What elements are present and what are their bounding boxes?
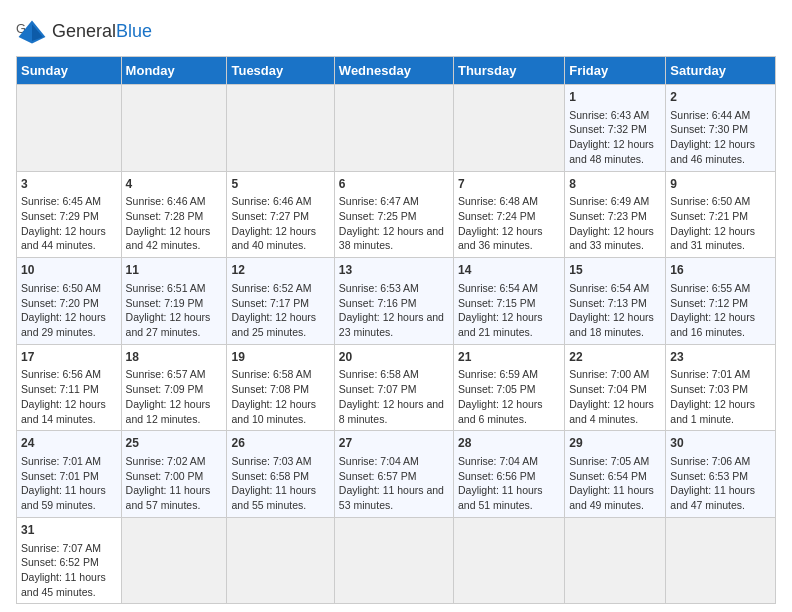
day-number: 14 <box>458 262 560 279</box>
daylight-text: Daylight: 12 hours and 12 minutes. <box>126 398 211 425</box>
calendar-cell: 21Sunrise: 6:59 AMSunset: 7:05 PMDayligh… <box>453 344 564 431</box>
sunset-text: Sunset: 6:57 PM <box>339 470 417 482</box>
calendar-week-6: 31Sunrise: 7:07 AMSunset: 6:52 PMDayligh… <box>17 517 776 604</box>
sunset-text: Sunset: 7:16 PM <box>339 297 417 309</box>
day-number: 5 <box>231 176 329 193</box>
calendar-week-5: 24Sunrise: 7:01 AMSunset: 7:01 PMDayligh… <box>17 431 776 518</box>
sunrise-text: Sunrise: 6:55 AM <box>670 282 750 294</box>
calendar-cell: 5Sunrise: 6:46 AMSunset: 7:27 PMDaylight… <box>227 171 334 258</box>
daylight-text: Daylight: 12 hours and 23 minutes. <box>339 311 444 338</box>
calendar-table: SundayMondayTuesdayWednesdayThursdayFrid… <box>16 56 776 604</box>
calendar-cell: 2Sunrise: 6:44 AMSunset: 7:30 PMDaylight… <box>666 85 776 172</box>
calendar-cell: 15Sunrise: 6:54 AMSunset: 7:13 PMDayligh… <box>565 258 666 345</box>
calendar-cell: 23Sunrise: 7:01 AMSunset: 7:03 PMDayligh… <box>666 344 776 431</box>
day-number: 1 <box>569 89 661 106</box>
calendar-cell: 26Sunrise: 7:03 AMSunset: 6:58 PMDayligh… <box>227 431 334 518</box>
day-header-friday: Friday <box>565 57 666 85</box>
day-number: 6 <box>339 176 449 193</box>
logo-icon: G <box>16 16 48 48</box>
daylight-text: Daylight: 11 hours and 53 minutes. <box>339 484 444 511</box>
day-number: 2 <box>670 89 771 106</box>
sunset-text: Sunset: 7:13 PM <box>569 297 647 309</box>
calendar-cell: 27Sunrise: 7:04 AMSunset: 6:57 PMDayligh… <box>334 431 453 518</box>
sunrise-text: Sunrise: 6:53 AM <box>339 282 419 294</box>
calendar-cell: 20Sunrise: 6:58 AMSunset: 7:07 PMDayligh… <box>334 344 453 431</box>
daylight-text: Daylight: 12 hours and 27 minutes. <box>126 311 211 338</box>
daylight-text: Daylight: 12 hours and 21 minutes. <box>458 311 543 338</box>
sunset-text: Sunset: 6:54 PM <box>569 470 647 482</box>
sunset-text: Sunset: 7:05 PM <box>458 383 536 395</box>
sunrise-text: Sunrise: 7:01 AM <box>21 455 101 467</box>
calendar-cell: 24Sunrise: 7:01 AMSunset: 7:01 PMDayligh… <box>17 431 122 518</box>
day-number: 23 <box>670 349 771 366</box>
calendar-cell: 11Sunrise: 6:51 AMSunset: 7:19 PMDayligh… <box>121 258 227 345</box>
day-number: 8 <box>569 176 661 193</box>
day-number: 10 <box>21 262 117 279</box>
sunset-text: Sunset: 6:53 PM <box>670 470 748 482</box>
sunset-text: Sunset: 7:20 PM <box>21 297 99 309</box>
day-number: 19 <box>231 349 329 366</box>
sunset-text: Sunset: 6:56 PM <box>458 470 536 482</box>
calendar-cell: 3Sunrise: 6:45 AMSunset: 7:29 PMDaylight… <box>17 171 122 258</box>
sunrise-text: Sunrise: 6:50 AM <box>670 195 750 207</box>
logo-text: GeneralBlue <box>52 22 152 42</box>
daylight-text: Daylight: 11 hours and 45 minutes. <box>21 571 106 598</box>
sunset-text: Sunset: 7:07 PM <box>339 383 417 395</box>
sunset-text: Sunset: 6:52 PM <box>21 556 99 568</box>
day-number: 4 <box>126 176 223 193</box>
sunset-text: Sunset: 7:03 PM <box>670 383 748 395</box>
calendar-cell: 14Sunrise: 6:54 AMSunset: 7:15 PMDayligh… <box>453 258 564 345</box>
sunrise-text: Sunrise: 6:52 AM <box>231 282 311 294</box>
day-header-thursday: Thursday <box>453 57 564 85</box>
daylight-text: Daylight: 12 hours and 16 minutes. <box>670 311 755 338</box>
daylight-text: Daylight: 12 hours and 36 minutes. <box>458 225 543 252</box>
sunrise-text: Sunrise: 6:44 AM <box>670 109 750 121</box>
daylight-text: Daylight: 11 hours and 59 minutes. <box>21 484 106 511</box>
daylight-text: Daylight: 12 hours and 4 minutes. <box>569 398 654 425</box>
sunset-text: Sunset: 7:30 PM <box>670 123 748 135</box>
calendar-cell <box>666 517 776 604</box>
calendar-week-4: 17Sunrise: 6:56 AMSunset: 7:11 PMDayligh… <box>17 344 776 431</box>
daylight-text: Daylight: 12 hours and 25 minutes. <box>231 311 316 338</box>
day-number: 16 <box>670 262 771 279</box>
sunrise-text: Sunrise: 6:58 AM <box>339 368 419 380</box>
sunrise-text: Sunrise: 7:03 AM <box>231 455 311 467</box>
logo: G GeneralBlue <box>16 16 152 48</box>
calendar-cell: 16Sunrise: 6:55 AMSunset: 7:12 PMDayligh… <box>666 258 776 345</box>
sunrise-text: Sunrise: 6:57 AM <box>126 368 206 380</box>
calendar-cell <box>121 517 227 604</box>
daylight-text: Daylight: 12 hours and 40 minutes. <box>231 225 316 252</box>
calendar-week-3: 10Sunrise: 6:50 AMSunset: 7:20 PMDayligh… <box>17 258 776 345</box>
calendar-cell: 30Sunrise: 7:06 AMSunset: 6:53 PMDayligh… <box>666 431 776 518</box>
calendar-cell: 25Sunrise: 7:02 AMSunset: 7:00 PMDayligh… <box>121 431 227 518</box>
day-header-wednesday: Wednesday <box>334 57 453 85</box>
sunrise-text: Sunrise: 6:51 AM <box>126 282 206 294</box>
daylight-text: Daylight: 12 hours and 1 minute. <box>670 398 755 425</box>
daylight-text: Daylight: 12 hours and 18 minutes. <box>569 311 654 338</box>
sunrise-text: Sunrise: 6:47 AM <box>339 195 419 207</box>
day-number: 22 <box>569 349 661 366</box>
sunrise-text: Sunrise: 6:43 AM <box>569 109 649 121</box>
page-header: G GeneralBlue <box>16 16 776 48</box>
sunrise-text: Sunrise: 6:46 AM <box>126 195 206 207</box>
sunset-text: Sunset: 7:24 PM <box>458 210 536 222</box>
day-number: 29 <box>569 435 661 452</box>
sunrise-text: Sunrise: 6:46 AM <box>231 195 311 207</box>
day-number: 27 <box>339 435 449 452</box>
sunrise-text: Sunrise: 6:58 AM <box>231 368 311 380</box>
calendar-cell: 6Sunrise: 6:47 AMSunset: 7:25 PMDaylight… <box>334 171 453 258</box>
day-number: 21 <box>458 349 560 366</box>
day-number: 15 <box>569 262 661 279</box>
day-header-sunday: Sunday <box>17 57 122 85</box>
sunset-text: Sunset: 7:19 PM <box>126 297 204 309</box>
sunset-text: Sunset: 7:27 PM <box>231 210 309 222</box>
daylight-text: Daylight: 12 hours and 44 minutes. <box>21 225 106 252</box>
day-number: 24 <box>21 435 117 452</box>
day-number: 18 <box>126 349 223 366</box>
daylight-text: Daylight: 11 hours and 57 minutes. <box>126 484 211 511</box>
sunset-text: Sunset: 7:17 PM <box>231 297 309 309</box>
daylight-text: Daylight: 12 hours and 33 minutes. <box>569 225 654 252</box>
daylight-text: Daylight: 11 hours and 55 minutes. <box>231 484 316 511</box>
calendar-cell: 22Sunrise: 7:00 AMSunset: 7:04 PMDayligh… <box>565 344 666 431</box>
sunrise-text: Sunrise: 7:07 AM <box>21 542 101 554</box>
